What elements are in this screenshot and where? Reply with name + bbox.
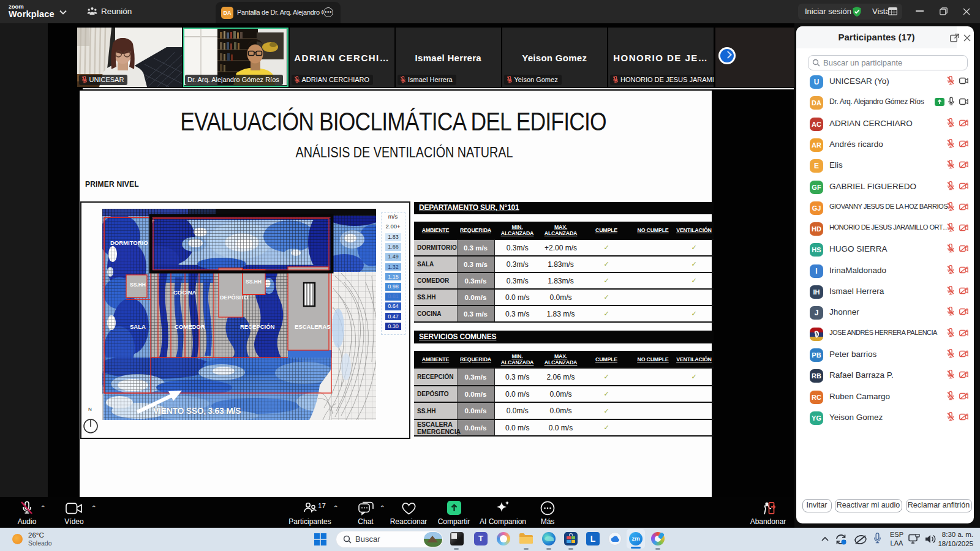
- svg-text:VIENTO SSO, 3.63 M/S: VIENTO SSO, 3.63 M/S: [153, 406, 241, 416]
- svg-text:SS.HH: SS.HH: [130, 282, 146, 288]
- svg-text:N: N: [88, 407, 92, 412]
- svg-text:ESCALERAS: ESCALERAS: [295, 323, 331, 330]
- svg-text:SALA: SALA: [130, 323, 146, 330]
- svg-text:SS.HH: SS.HH: [246, 279, 262, 285]
- svg-text:COMEDOR: COMEDOR: [175, 323, 205, 330]
- svg-text:COCINA: COCINA: [173, 289, 197, 296]
- svg-text:DEPÓSITO: DEPÓSITO: [220, 294, 248, 301]
- svg-text:RECEPCIÓN: RECEPCIÓN: [240, 323, 275, 330]
- svg-text:DORMITORIO: DORMITORIO: [110, 239, 148, 246]
